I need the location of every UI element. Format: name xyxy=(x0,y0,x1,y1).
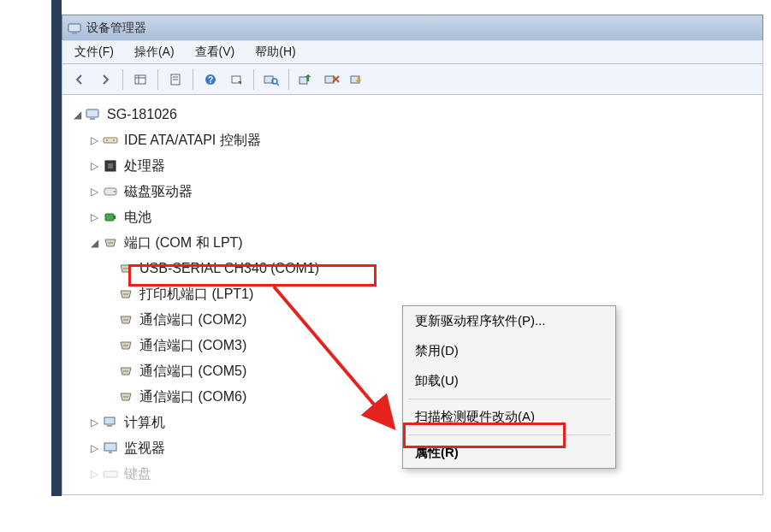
svg-rect-1 xyxy=(72,33,77,34)
toolbar-help-button[interactable]: ? xyxy=(199,68,222,92)
device-manager-window: 设备管理器 文件(F) 操作(A) 查看(V) 帮助(H) ? ◢ SG-181… xyxy=(62,15,763,495)
svg-point-43 xyxy=(123,345,125,346)
svg-text:?: ? xyxy=(208,75,213,85)
svg-rect-29 xyxy=(105,214,114,221)
tree-item-port[interactable]: USB-SERIAL CH340 (COM1) xyxy=(71,256,762,281)
window-title: 设备管理器 xyxy=(86,21,146,36)
menu-item-scan-hardware[interactable]: 扫描检测硬件改动(A) xyxy=(403,402,615,432)
menu-separator xyxy=(408,434,610,435)
tree-node-processor[interactable]: ▷ 处理器 xyxy=(71,153,762,179)
svg-rect-22 xyxy=(104,138,117,143)
collapse-icon[interactable]: ◢ xyxy=(88,237,100,249)
svg-point-38 xyxy=(125,293,127,295)
tree-item-label: 通信端口 (COM6) xyxy=(138,387,248,407)
svg-point-50 xyxy=(125,396,127,398)
port-icon xyxy=(117,388,134,405)
remnant-edge xyxy=(51,0,62,496)
svg-point-37 xyxy=(123,293,125,295)
toolbar-small-button[interactable] xyxy=(224,68,248,92)
menu-item-properties[interactable]: 属性(R) xyxy=(403,438,615,468)
port-icon xyxy=(117,286,134,303)
tree-node-ide[interactable]: ▷ IDE ATA/ATAPI 控制器 xyxy=(71,127,762,153)
svg-point-32 xyxy=(110,242,111,244)
toolbar-disable-button[interactable] xyxy=(346,68,370,92)
toolbar: ? xyxy=(62,64,763,95)
tree-item-label: 监视器 xyxy=(122,439,167,458)
toolbar-uninstall-button[interactable] xyxy=(320,68,344,92)
tree-root[interactable]: ◢ SG-181026 xyxy=(71,102,762,127)
computer-category-icon xyxy=(102,414,119,431)
tree-node-battery[interactable]: ▷ 电池 xyxy=(71,204,762,230)
expand-icon[interactable]: ▷ xyxy=(88,468,100,480)
svg-rect-15 xyxy=(300,77,307,84)
port-icon xyxy=(117,311,134,328)
expand-icon[interactable]: ▷ xyxy=(88,417,100,429)
expand-icon[interactable]: ▷ xyxy=(88,442,100,454)
svg-point-35 xyxy=(125,268,127,269)
svg-point-51 xyxy=(127,396,128,398)
svg-rect-54 xyxy=(104,443,116,451)
svg-point-49 xyxy=(123,396,125,398)
tree-item-label: 通信端口 (COM3) xyxy=(138,336,248,356)
toolbar-properties-button[interactable] xyxy=(163,68,187,92)
svg-rect-53 xyxy=(107,425,112,427)
svg-point-47 xyxy=(125,370,127,372)
expand-icon[interactable]: ▷ xyxy=(88,211,100,223)
svg-rect-0 xyxy=(68,24,80,32)
svg-point-40 xyxy=(123,319,125,321)
tree-node-ports[interactable]: ◢ 端口 (COM 和 LPT) xyxy=(71,230,762,256)
svg-point-23 xyxy=(106,139,108,141)
port-icon xyxy=(117,337,134,354)
menu-item-disable[interactable]: 禁用(D) xyxy=(403,336,615,366)
tree-item-label: 磁盘驱动器 xyxy=(122,182,194,202)
monitor-icon xyxy=(102,440,119,457)
toolbar-back-button[interactable] xyxy=(68,68,92,92)
app-icon xyxy=(68,21,81,35)
menu-action[interactable]: 操作(A) xyxy=(129,41,180,63)
toolbar-separator xyxy=(193,69,193,90)
battery-icon xyxy=(102,209,119,226)
tree-item-label: 打印机端口 (LPT1) xyxy=(138,285,255,304)
expand-icon[interactable]: ▷ xyxy=(88,134,100,146)
expand-icon[interactable]: ▷ xyxy=(88,160,100,172)
svg-line-14 xyxy=(276,83,279,86)
menu-file[interactable]: 文件(F) xyxy=(69,41,119,63)
context-menu: 更新驱动程序软件(P)... 禁用(D) 卸载(U) 扫描检测硬件改动(A) 属… xyxy=(402,305,616,469)
expand-icon[interactable]: ▷ xyxy=(88,186,100,198)
menu-separator xyxy=(408,399,610,399)
toolbar-details-button[interactable] xyxy=(128,68,152,92)
tree-item-label: 通信端口 (COM5) xyxy=(138,362,248,381)
tree-area: ◢ SG-181026 ▷ IDE ATA/ATAPI 控制器 ▷ 处理器 ▷ … xyxy=(62,95,763,495)
svg-point-24 xyxy=(113,139,115,141)
menu-help[interactable]: 帮助(H) xyxy=(250,41,300,63)
tree-item-port[interactable]: 打印机端口 (LPT1) xyxy=(71,281,762,307)
svg-rect-16 xyxy=(325,76,334,83)
menu-view[interactable]: 查看(V) xyxy=(190,41,240,63)
menu-item-update-driver[interactable]: 更新驱动程序软件(P)... xyxy=(403,306,615,336)
tree-item-label: 端口 (COM 和 LPT) xyxy=(122,233,245,253)
svg-point-48 xyxy=(127,370,128,372)
svg-rect-52 xyxy=(104,417,115,424)
toolbar-separator xyxy=(253,69,254,90)
svg-point-42 xyxy=(127,319,128,321)
menu-item-uninstall[interactable]: 卸载(U) xyxy=(403,366,615,396)
tree-item-label: 键盘 xyxy=(122,464,153,484)
tree-item-label: 电池 xyxy=(122,208,153,228)
title-bar[interactable]: 设备管理器 xyxy=(62,15,763,40)
collapse-icon[interactable]: ◢ xyxy=(71,109,83,121)
svg-point-33 xyxy=(111,242,113,244)
toolbar-separator xyxy=(122,69,123,90)
svg-rect-2 xyxy=(135,75,145,84)
svg-point-46 xyxy=(123,370,125,372)
port-icon xyxy=(102,234,119,251)
tree-item-label: 通信端口 (COM2) xyxy=(138,310,248,330)
toolbar-update-driver-button[interactable] xyxy=(294,68,318,92)
svg-point-44 xyxy=(125,345,127,346)
svg-point-39 xyxy=(127,293,128,295)
disk-icon xyxy=(102,183,119,200)
svg-point-28 xyxy=(114,191,116,192)
tree-node-disk[interactable]: ▷ 磁盘驱动器 xyxy=(71,179,762,204)
toolbar-forward-button[interactable] xyxy=(93,68,117,92)
port-icon xyxy=(117,363,134,380)
toolbar-scan-button[interactable] xyxy=(259,68,283,92)
